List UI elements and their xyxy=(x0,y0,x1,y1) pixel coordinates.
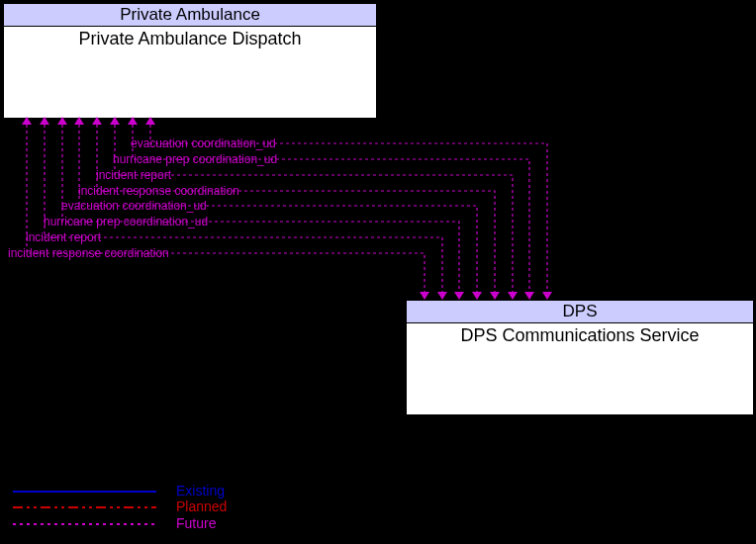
box-header-dps: DPS xyxy=(407,301,753,323)
flow-label: incident report xyxy=(92,168,171,182)
legend-planned: Planned xyxy=(176,499,227,514)
box-title-private-ambulance: Private Ambulance Dispatch xyxy=(4,27,376,49)
svg-marker-1 xyxy=(542,292,552,300)
flow-label: hurricane prep coordination_ud xyxy=(109,152,277,166)
svg-marker-13 xyxy=(437,292,447,300)
svg-marker-9 xyxy=(472,292,482,300)
flow-label: hurricane prep coordination_ud xyxy=(40,215,208,228)
box-title-dps: DPS Communications Service xyxy=(407,323,753,346)
legend-existing: Existing xyxy=(176,483,225,499)
svg-marker-11 xyxy=(454,292,464,300)
svg-marker-5 xyxy=(508,292,518,300)
flow-label: incident report xyxy=(22,230,101,244)
svg-marker-15 xyxy=(420,292,429,300)
svg-marker-3 xyxy=(524,292,534,300)
flow-label: evacuation coordination_ud xyxy=(127,136,276,150)
flow-label: incident response coordination xyxy=(74,184,239,198)
box-private-ambulance: Private Ambulance Private Ambulance Disp… xyxy=(3,3,377,119)
legend-future: Future xyxy=(176,515,216,531)
box-header-private-ambulance: Private Ambulance xyxy=(4,4,376,27)
box-dps: DPS DPS Communications Service xyxy=(406,300,754,415)
flow-label: incident response coordination xyxy=(4,246,169,260)
flow-label: evacuation coordination_ud xyxy=(57,199,207,213)
svg-marker-7 xyxy=(490,292,500,300)
